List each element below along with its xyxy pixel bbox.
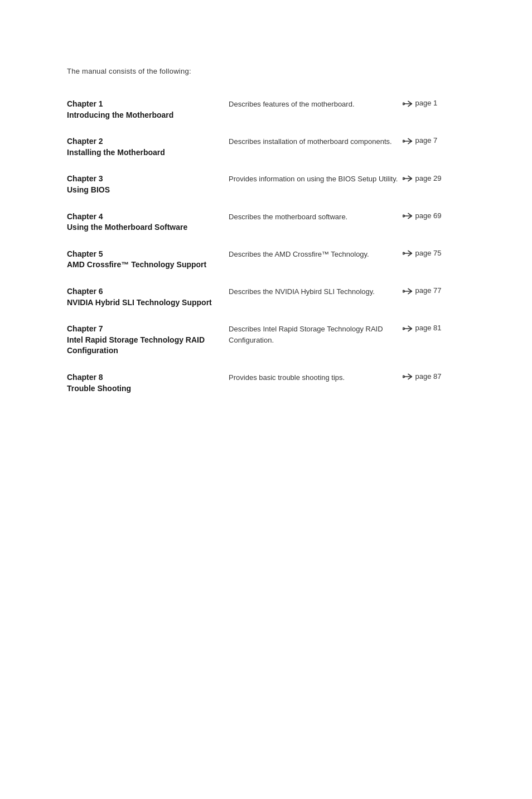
chapter-number: Chapter 6 (67, 286, 229, 297)
chapter-page-ref: page 69 (403, 204, 465, 241)
chapter-description: Provides information on using the BIOS S… (229, 166, 403, 203)
chapter-number: Chapter 4 (67, 211, 229, 223)
chapter-title-cell: Chapter 8 Trouble Shooting (67, 364, 229, 402)
page-reference: page 75 (403, 249, 441, 258)
page-reference: page 77 (403, 286, 441, 295)
chapter-description: Describes the AMD Crossfire™ Technology. (229, 241, 403, 278)
chapter-name: NVIDIA Hybrid SLI Technology Support (67, 297, 229, 309)
arrow-icon (403, 136, 414, 145)
page-number: page 87 (415, 372, 441, 381)
page-reference: page 81 (403, 324, 441, 333)
page-number: page 81 (415, 324, 441, 332)
page-number: page 7 (415, 136, 437, 145)
chapter-title-cell: Chapter 2 Installing the Motherboard (67, 128, 229, 166)
chapter-title-cell: Chapter 5 AMD Crossfire™ Technology Supp… (67, 241, 229, 278)
chapter-name: Trouble Shooting (67, 383, 229, 394)
arrow-icon (403, 286, 414, 295)
chapter-page-ref: page 77 (403, 278, 465, 316)
chapter-number: Chapter 3 (67, 174, 229, 185)
page-number: page 77 (415, 286, 441, 295)
page-number: page 75 (415, 249, 441, 257)
chapter-title-cell: Chapter 1 Introducing the Motherboard (67, 91, 229, 128)
table-row: Chapter 1 Introducing the Motherboard De… (67, 91, 465, 128)
chapter-name: AMD Crossfire™ Technology Support (67, 259, 229, 271)
page-number: page 29 (415, 174, 441, 182)
chapter-description: Provides basic trouble shooting tips. (229, 364, 403, 402)
page-reference: page 1 (403, 99, 437, 108)
intro-text: The manual consists of the following: (67, 67, 465, 75)
chapter-number: Chapter 2 (67, 136, 229, 147)
chapter-description: Describes Intel Rapid Storage Technology… (229, 316, 403, 364)
table-row: Chapter 4 Using the Motherboard Software… (67, 204, 465, 241)
chapter-page-ref: page 81 (403, 316, 465, 364)
table-row: Chapter 7 Intel Rapid Storage Technology… (67, 316, 465, 364)
arrow-icon (403, 324, 414, 333)
table-row: Chapter 2 Installing the Motherboard Des… (67, 128, 465, 166)
table-row: Chapter 8 Trouble Shooting Provides basi… (67, 364, 465, 402)
arrow-icon (403, 99, 414, 108)
chapter-number: Chapter 7 (67, 324, 229, 335)
chapter-name: Introducing the Motherboard (67, 110, 229, 121)
arrow-icon (403, 249, 414, 258)
page-number: page 69 (415, 211, 441, 220)
arrow-icon (403, 174, 414, 182)
page: The manual consists of the following: Ch… (0, 0, 532, 799)
page-reference: page 69 (403, 211, 441, 220)
page-number: page 1 (415, 99, 437, 107)
arrow-icon (403, 372, 414, 381)
table-row: Chapter 3 Using BIOS Provides informatio… (67, 166, 465, 203)
table-row: Chapter 6 NVIDIA Hybrid SLI Technology S… (67, 278, 465, 316)
chapter-description: Describes the motherboard software. (229, 204, 403, 241)
chapter-number: Chapter 8 (67, 372, 229, 383)
chapter-title-cell: Chapter 4 Using the Motherboard Software (67, 204, 229, 241)
table-row: Chapter 5 AMD Crossfire™ Technology Supp… (67, 241, 465, 278)
chapter-name: Intel Rapid Storage Technology RAID Conf… (67, 335, 229, 357)
chapter-description: Describes installation of motherboard co… (229, 128, 403, 166)
chapter-name: Using the Motherboard Software (67, 222, 229, 233)
chapter-title-cell: Chapter 3 Using BIOS (67, 166, 229, 203)
chapter-page-ref: page 75 (403, 241, 465, 278)
page-reference: page 29 (403, 174, 441, 182)
chapter-title-cell: Chapter 6 NVIDIA Hybrid SLI Technology S… (67, 278, 229, 316)
chapter-number: Chapter 5 (67, 249, 229, 260)
chapter-name: Installing the Motherboard (67, 147, 229, 158)
page-reference: page 87 (403, 372, 441, 381)
chapter-page-ref: page 29 (403, 166, 465, 203)
chapter-name: Using BIOS (67, 185, 229, 196)
arrow-icon (403, 211, 414, 220)
chapter-page-ref: page 87 (403, 364, 465, 402)
page-reference: page 7 (403, 136, 437, 145)
chapter-page-ref: page 1 (403, 91, 465, 128)
chapter-description: Describes the NVIDIA Hybird SLI Technolo… (229, 278, 403, 316)
chapter-page-ref: page 7 (403, 128, 465, 166)
chapter-table: Chapter 1 Introducing the Motherboard De… (67, 91, 465, 402)
chapter-title-cell: Chapter 7 Intel Rapid Storage Technology… (67, 316, 229, 364)
chapter-number: Chapter 1 (67, 99, 229, 110)
chapter-description: Describes features of the motherboard. (229, 91, 403, 128)
